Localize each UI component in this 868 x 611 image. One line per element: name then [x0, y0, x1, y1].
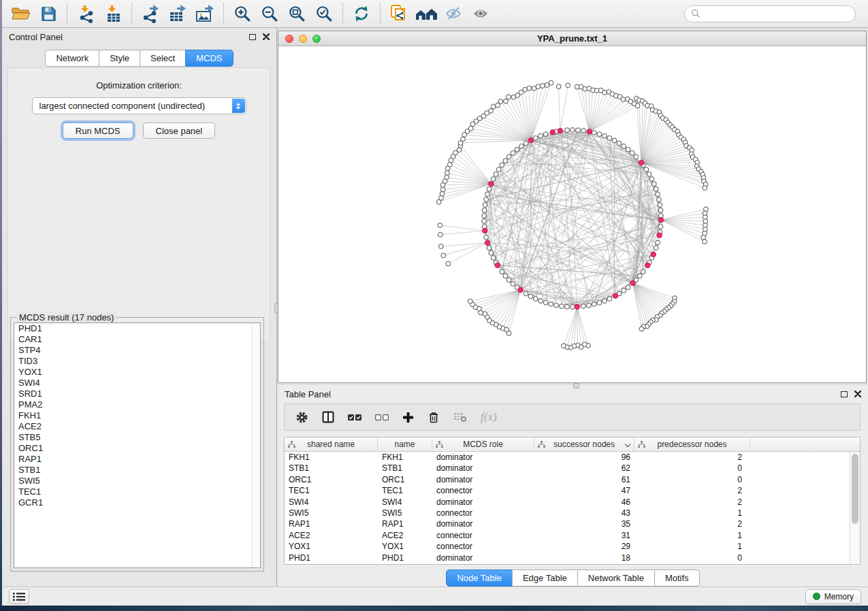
mcds-result-item[interactable]: CAR1 [14, 334, 260, 345]
cell-mcds-role: dominator [432, 474, 534, 485]
zoom-fit-button[interactable] [283, 2, 310, 25]
window-zoom-icon[interactable] [312, 35, 321, 43]
mcds-result-item[interactable]: GCR1 [14, 497, 260, 508]
export-image-button[interactable] [191, 2, 219, 25]
control-panel-tab[interactable]: Style [99, 50, 140, 67]
mcds-result-item[interactable]: STB1 [14, 465, 260, 476]
search-box[interactable] [684, 5, 856, 22]
network-view-window: YPA_prune.txt_1 [278, 31, 867, 383]
column-header[interactable]: successor nodes [534, 437, 634, 451]
mcds-result-item[interactable]: PHD1 [14, 323, 260, 334]
network-graph [278, 46, 866, 382]
gear-button[interactable] [295, 411, 308, 424]
memory-button[interactable]: Memory [805, 589, 861, 604]
mcds-result-item[interactable]: TID3 [14, 356, 260, 367]
split-columns-button[interactable] [322, 411, 334, 423]
search-input[interactable] [701, 9, 849, 18]
table-row[interactable]: STB1 STB1 dominator 62 0 [285, 463, 850, 474]
float-panel-icon[interactable] [249, 34, 256, 40]
duplicate-network-button[interactable] [385, 2, 413, 25]
close-panel-icon[interactable] [263, 33, 270, 40]
mcds-result-item[interactable]: FKH1 [14, 410, 260, 421]
mcds-result-item[interactable]: YOX1 [14, 367, 260, 378]
table-row[interactable]: RAP1 RAP1 dominator 35 2 [285, 518, 850, 529]
cell-mcds-role: dominator [432, 552, 534, 563]
export-network-icon [141, 4, 160, 23]
export-network-button[interactable] [137, 2, 164, 25]
control-panel-tab[interactable]: Network [45, 50, 99, 67]
window-minimize-icon[interactable] [299, 35, 307, 43]
column-header[interactable]: predecessor nodes [634, 437, 750, 451]
import-network-button[interactable] [72, 2, 99, 25]
save-session-icon [40, 5, 57, 22]
table-row[interactable]: ACE2 ACE2 connector 31 1 [285, 530, 850, 541]
open-file-button[interactable] [7, 2, 35, 25]
column-header[interactable]: name [378, 437, 432, 451]
table-panel-tab[interactable]: Edge Table [512, 569, 578, 587]
zoom-selected-button[interactable] [310, 2, 338, 25]
mcds-result-item[interactable]: PMA2 [14, 399, 260, 410]
export-table-button[interactable] [164, 2, 191, 25]
table-row[interactable]: SWI5 SWI5 connector 43 1 [285, 508, 850, 518]
control-panel-tab[interactable]: MCDS [185, 50, 233, 67]
cell-predecessor-nodes: 1 [634, 541, 750, 552]
close-panel-button[interactable]: Close panel [143, 122, 216, 139]
zoom-out-icon [261, 5, 278, 22]
table-row[interactable]: PHD1 PHD1 dominator 18 0 [285, 552, 850, 563]
zoom-out-button[interactable] [256, 2, 283, 25]
delete-table-button[interactable] [453, 412, 467, 423]
run-mcds-button[interactable]: Run MCDS [63, 122, 133, 139]
table-row[interactable]: SWI4 SWI4 dominator 46 2 [285, 497, 850, 508]
close-panel-icon[interactable] [854, 391, 861, 397]
criterion-select[interactable]: largest connected component (undirected) [32, 97, 246, 114]
table-panel-tab[interactable]: Node Table [446, 569, 513, 587]
window-close-icon[interactable] [285, 35, 293, 43]
hide-eye-button[interactable] [440, 2, 467, 25]
network-window-titlebar[interactable]: YPA_prune.txt_1 [278, 31, 866, 46]
table-scrollbar-thumb[interactable] [852, 454, 858, 524]
table-row[interactable]: ORC1 ORC1 dominator 61 0 [285, 474, 850, 485]
mcds-list-scrollbar[interactable] [251, 323, 260, 567]
toolbar-separator [223, 3, 224, 24]
import-table-button[interactable] [99, 2, 127, 25]
mcds-result-item[interactable]: ORC1 [14, 443, 260, 454]
mcds-result-item[interactable]: STB5 [14, 432, 260, 443]
table-scrollbar[interactable] [850, 452, 860, 564]
save-session-button[interactable] [35, 2, 62, 25]
mcds-result-item[interactable]: STP4 [14, 345, 260, 356]
mcds-result-item[interactable]: SWI5 [14, 476, 260, 486]
column-header[interactable]: shared name [285, 437, 378, 451]
mcds-result-item[interactable]: SRD1 [14, 389, 260, 399]
table-row[interactable]: TEC1 TEC1 connector 47 2 [285, 485, 850, 496]
cell-shared-name: SWI4 [285, 497, 378, 508]
refresh-button[interactable] [348, 2, 375, 25]
memory-status-icon [813, 593, 820, 600]
zoom-in-button[interactable] [229, 2, 256, 25]
cell-successor-nodes: 47 [534, 485, 634, 496]
cell-predecessor-nodes: 2 [634, 452, 750, 463]
float-panel-icon[interactable] [841, 391, 848, 397]
table-panel-tab[interactable]: Motifs [654, 569, 700, 587]
cell-shared-name: STB1 [285, 463, 378, 474]
mcds-result-item[interactable]: RAP1 [14, 454, 260, 465]
export-table-icon [168, 4, 187, 23]
zoom-selected-icon [315, 5, 333, 22]
show-eye-button[interactable] [467, 2, 494, 25]
table-row[interactable]: FKH1 FKH1 dominator 96 2 [285, 452, 850, 463]
network-canvas[interactable] [278, 46, 866, 382]
mcds-result-item[interactable]: ACE2 [14, 421, 260, 432]
function-builder-button[interactable]: f(x) [481, 410, 497, 424]
add-column-button[interactable] [402, 412, 414, 423]
mcds-result-item[interactable]: SWI4 [14, 378, 260, 389]
mcds-result-item[interactable]: TEC1 [14, 486, 260, 497]
table-panel-tab[interactable]: Network Table [577, 569, 655, 587]
select-all-checkboxes-button[interactable] [348, 414, 361, 420]
task-history-button[interactable] [9, 589, 29, 604]
control-panel-tab[interactable]: Select [140, 50, 186, 67]
deselect-all-checkboxes-button[interactable] [375, 414, 389, 420]
home-networks-button[interactable] [413, 2, 440, 25]
delete-column-button[interactable] [428, 411, 440, 424]
table-row[interactable]: YOX1 YOX1 connector 29 1 [285, 541, 850, 552]
horizontal-splitter-handle[interactable] [573, 383, 579, 389]
column-header[interactable]: MCDS role [432, 437, 534, 451]
